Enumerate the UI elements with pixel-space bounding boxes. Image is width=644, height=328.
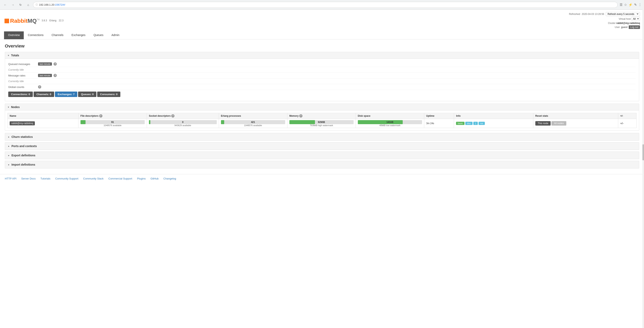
memory-cell: 92MiB 793MiB high watermark <box>287 119 356 128</box>
scrollbar[interactable] <box>642 0 644 183</box>
header-controls: Refreshed 2020-04-03 13:28:56 Refresh ev… <box>569 12 640 29</box>
erlang-proc-sub: 1048576 available <box>221 124 285 126</box>
exchanges-count-btn[interactable]: Exchanges: 7 <box>55 92 78 97</box>
memory-help-icon[interactable]: ? <box>299 114 302 118</box>
churn-statistics-header[interactable]: ► Churn statistics <box>5 133 639 140</box>
memory-fill <box>290 120 315 124</box>
col-plus-minus: +/- <box>618 113 636 119</box>
menu-button[interactable]: ⋮ <box>638 3 642 7</box>
message-rates-help-icon[interactable]: ? <box>54 74 57 77</box>
nodes-table: Name File descriptors ? Socket descripto… <box>8 113 636 128</box>
footer-link-community-support[interactable]: Community Support <box>55 177 78 180</box>
version-info: 3.8.3 Erlang 22.3 <box>42 19 64 22</box>
node-name-badge[interactable]: rabbit@my-rabbitmq <box>10 121 35 125</box>
extensions-button[interactable]: ⚡ <box>628 3 632 7</box>
footer-link-commercial-support[interactable]: Commercial Support <box>108 177 132 180</box>
file-desc-fill <box>80 120 86 124</box>
totals-collapse-arrow: ▼ <box>8 54 10 56</box>
socket-desc-help-icon[interactable]: ? <box>171 114 174 118</box>
nodes-header[interactable]: ▼ Nodes <box>5 104 639 110</box>
message-rates-badge: last minute <box>38 74 52 77</box>
consumers-count-btn[interactable]: Consumers: 0 <box>97 92 120 97</box>
scrollbar-thumb[interactable] <box>642 144 644 160</box>
main-nav: Overview Connections Channels Exchanges … <box>4 32 640 39</box>
badge-basic[interactable]: basic <box>456 122 464 125</box>
ports-and-contexts-header[interactable]: ► Ports and contexts <box>5 142 639 150</box>
user-row: User guest Log out <box>615 25 640 29</box>
nodes-table-header-row: Name File descriptors ? Socket descripto… <box>8 113 636 119</box>
export-definitions-header[interactable]: ► Export definitions <box>5 152 639 159</box>
queues-count-btn[interactable]: Queues: 0 <box>78 92 96 97</box>
col-erlang-proc: Erlang processes <box>219 113 287 119</box>
footer-link-community-slack[interactable]: Community Slack <box>83 177 104 180</box>
erlang-proc-cell: 421 1048576 available <box>219 119 287 128</box>
totals-header[interactable]: ▼ Totals <box>5 52 639 59</box>
logo-rabbit: RabbitMQTM <box>10 17 40 24</box>
footer-link-github[interactable]: GitHub <box>150 177 158 180</box>
refreshed-label: Refreshed <box>569 13 580 16</box>
badge-disc[interactable]: disc <box>465 122 472 125</box>
queued-messages-idle: Currently Idle <box>8 68 24 71</box>
tab-queues[interactable]: Queues <box>90 32 108 39</box>
tab-channels[interactable]: Channels <box>48 32 68 39</box>
channels-count-btn[interactable]: Channels: 0 <box>34 92 54 97</box>
back-button[interactable]: ← <box>2 2 8 8</box>
nodes-section: ▼ Nodes Name File descriptors ? Socket d… <box>5 104 639 130</box>
uptime-cell: 3m 24s <box>424 119 454 128</box>
tab-admin[interactable]: Admin <box>108 32 124 39</box>
ports-and-contexts-section: ► Ports and contexts <box>5 142 639 150</box>
message-rates-idle: Currently Idle <box>8 80 24 83</box>
forward-button[interactable]: → <box>10 2 16 8</box>
connections-count-btn[interactable]: Connections: 0 <box>8 92 33 97</box>
vhost-select[interactable]: All <box>632 17 640 21</box>
tab-connections[interactable]: Connections <box>24 32 48 39</box>
socket-desc-bar: 0 <box>149 120 217 124</box>
totals-content: Queued messages last minute ? Currently … <box>5 59 639 101</box>
socket-desc-fill <box>149 120 150 124</box>
address-bar[interactable]: ⓘ 192.168.1.20:15672/#/ <box>33 2 618 8</box>
footer-link-http-api[interactable]: HTTP API <box>5 177 16 180</box>
home-button[interactable]: ⌂ <box>25 2 31 8</box>
col-memory: Memory ? <box>287 113 356 119</box>
disk-sub: 48MiB low watermark <box>358 124 422 126</box>
reset-all-nodes-button[interactable]: All nodes <box>552 121 566 126</box>
reset-btns: This node All nodes <box>535 121 616 126</box>
badge-num[interactable]: 1 <box>473 122 478 125</box>
refreshed-time: 2020-04-03 13:28:56 <box>582 13 604 16</box>
profile-button[interactable]: ✎ <box>634 3 637 7</box>
footer-link-plugins[interactable]: Plugins <box>137 177 146 180</box>
logout-button[interactable]: Log out <box>629 25 640 29</box>
footer-link-tutorials[interactable]: Tutorials <box>40 177 50 180</box>
disk-cell: 14GiB 48MiB low watermark <box>356 119 424 128</box>
address-text: 192.168.1.20:15672/#/ <box>39 3 65 6</box>
queued-messages-help-icon[interactable]: ? <box>54 62 57 66</box>
col-uptime: Uptime <box>424 113 454 119</box>
tab-exchanges[interactable]: Exchanges <box>68 32 89 39</box>
footer-link-server-docs[interactable]: Server Docs <box>21 177 36 180</box>
tab-overview[interactable]: Overview <box>4 32 24 39</box>
queued-messages-label: Queued messages <box>8 62 36 66</box>
queued-messages-badge: last minute <box>38 62 52 66</box>
info-badges: basic disc 1 rss <box>456 122 531 125</box>
badge-rss[interactable]: rss <box>478 122 485 125</box>
nodes-title: Nodes <box>11 106 20 109</box>
plus-minus-toggle[interactable]: +/- <box>620 122 624 125</box>
export-expand-arrow: ► <box>8 154 10 156</box>
footer: HTTP API Server Docs Tutorials Community… <box>0 174 644 183</box>
page-title: Overview <box>5 44 639 49</box>
file-desc-value: 91 <box>111 121 114 124</box>
refresh-select[interactable]: Refresh every 5 seconds Refresh every 10… <box>606 12 640 16</box>
footer-link-changelog[interactable]: Changelog <box>164 177 176 180</box>
file-desc-help-icon[interactable]: ? <box>99 114 102 118</box>
import-definitions-section: ► Import definitions <box>5 161 639 168</box>
reload-button[interactable]: ↻ <box>18 2 23 8</box>
star-button[interactable]: ☆ <box>624 3 627 7</box>
address-highlight: :15672/#/ <box>54 3 65 6</box>
col-name: Name <box>8 113 78 119</box>
import-definitions-header[interactable]: ► Import definitions <box>5 161 639 168</box>
reset-this-node-button[interactable]: This node <box>535 121 551 126</box>
logo: ▦ RabbitMQTM <box>4 17 40 24</box>
socket-desc-value: 0 <box>182 121 184 124</box>
global-counts-help-icon[interactable]: ? <box>38 85 41 88</box>
bookmarks-button[interactable]: ☰ <box>620 3 622 7</box>
